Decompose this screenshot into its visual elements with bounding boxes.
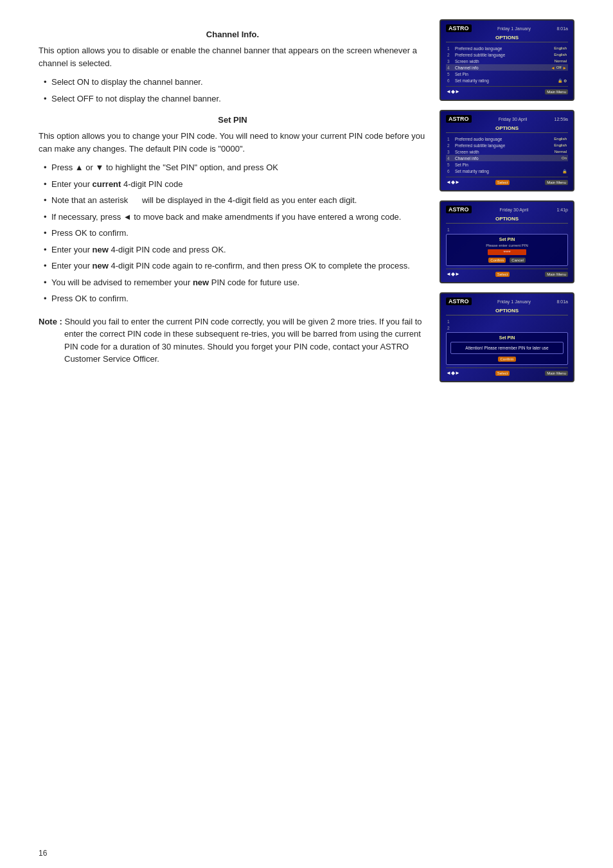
note-text: Note : Should you fail to enter the curr… bbox=[39, 315, 427, 366]
astro-logo-1: ASTRO bbox=[446, 24, 472, 32]
pin-input: **** bbox=[488, 249, 526, 255]
select-btn-2: Select bbox=[495, 180, 510, 185]
menu-row: 3 Screen width Normal bbox=[446, 58, 568, 64]
tv-date-2: Friday 30 April bbox=[472, 117, 555, 121]
menu-row: 3 Screen width Normal bbox=[446, 148, 568, 155]
menu-row: 6 Set maturity rating 🔒 bbox=[446, 168, 568, 174]
options-title-2: OPTIONS bbox=[446, 125, 568, 133]
channel-info-intro: This option allows you to disable or ena… bbox=[39, 44, 427, 69]
astro-logo-3: ASTRO bbox=[446, 206, 472, 213]
list-item: Select ON to display the channel banner. bbox=[45, 76, 427, 89]
attention-text: Attention! Please remember PIN for later… bbox=[450, 342, 564, 354]
select-btn-4: Select bbox=[495, 371, 510, 376]
options-title-4: OPTIONS bbox=[446, 308, 568, 315]
menu-row: 6 Set maturity rating 🔒 ⚙ bbox=[446, 77, 568, 84]
menu-row: 2 Preferred subtitle language English bbox=[446, 51, 568, 58]
list-item: Enter your current 4-digit PIN code bbox=[45, 178, 427, 191]
channel-info-bullets: Select ON to display the channel banner.… bbox=[39, 76, 427, 105]
pin-dialog-prompt: Please enter current PIN bbox=[450, 244, 564, 247]
list-item: Press ▲ or ▼ to highlight the "Set PIN" … bbox=[45, 161, 427, 174]
tv-screen-2: ASTRO Friday 30 April 12:59a OPTIONS 1 P… bbox=[440, 110, 574, 191]
nav-arrows-2: ◄◆► bbox=[446, 179, 460, 185]
menu-row: 1 bbox=[446, 318, 568, 324]
tv-header-1: ASTRO Friday 1 January 8:01a bbox=[446, 24, 568, 32]
menu-row: 2 Preferred subtitle language English bbox=[446, 142, 568, 148]
list-item: If necessary, press ◄ to move back and m… bbox=[45, 211, 427, 224]
main-menu-btn-4: Main Menu bbox=[545, 371, 568, 376]
menu-row: 5 Set Pin bbox=[446, 161, 568, 168]
right-column: ASTRO Friday 1 January 8:01a OPTIONS 1 P… bbox=[440, 19, 581, 382]
tv-time-1: 8:01a bbox=[556, 26, 568, 31]
set-pin-bullets: Press ▲ or ▼ to highlight the "Set PIN" … bbox=[39, 161, 427, 305]
pin-dialog: Set PIN Please enter current PIN **** Co… bbox=[446, 234, 568, 266]
left-column: Channel Info. This option allows you to … bbox=[39, 19, 427, 382]
tv-bottom-3: ◄◆► Select Main Menu bbox=[446, 269, 568, 277]
tv-time-3: 1:41p bbox=[556, 208, 568, 212]
options-title-1: OPTIONS bbox=[446, 35, 568, 42]
tv-date-1: Friday 1 January bbox=[472, 26, 557, 31]
list-item: Enter your new 4-digit PIN code and pres… bbox=[45, 244, 427, 256]
page-number: 16 bbox=[39, 849, 47, 858]
tv-screen-4: ASTRO Friday 1 January 8:01a OPTIONS 1 2… bbox=[440, 292, 574, 382]
list-item: Note that an asterisk will be displayed … bbox=[45, 194, 427, 207]
list-item: Press OK to confirm. bbox=[45, 292, 427, 305]
list-item: Enter your new 4-digit PIN code again to… bbox=[45, 260, 427, 272]
cancel-btn-3: Cancel bbox=[510, 258, 526, 263]
tv-date-4: Friday 1 January bbox=[472, 299, 557, 304]
attention-dialog: Set PIN Attention! Please remember PIN f… bbox=[446, 332, 568, 365]
menu-row: 1 Preferred audio language English bbox=[446, 45, 568, 51]
tv-bottom-1: ◄◆► Main Menu bbox=[446, 86, 568, 94]
menu-row-highlighted: 4 Channel info ◄ Off ► bbox=[446, 64, 568, 71]
astro-logo-4: ASTRO bbox=[446, 297, 472, 305]
nav-arrows-3: ◄◆► bbox=[446, 271, 460, 277]
options-title-3: OPTIONS bbox=[446, 216, 568, 224]
tv-header-4: ASTRO Friday 1 January 8:01a bbox=[446, 297, 568, 305]
tv-time-4: 8:01a bbox=[556, 299, 568, 304]
pin-dialog-buttons: Confirm Cancel bbox=[450, 258, 564, 263]
menu-row: 1 bbox=[446, 226, 568, 233]
tv-bottom-2: ◄◆► Select Main Menu bbox=[446, 177, 568, 185]
main-menu-btn-2: Main Menu bbox=[545, 180, 568, 185]
tv-date-3: Friday 30 April bbox=[472, 208, 557, 212]
main-menu-btn-3: Main Menu bbox=[545, 272, 568, 277]
page-layout: Channel Info. This option allows you to … bbox=[39, 19, 581, 382]
channel-info-title: Channel Info. bbox=[39, 30, 427, 39]
astro-logo-2: ASTRO bbox=[446, 115, 472, 123]
confirm-btn-3: Confirm bbox=[488, 258, 506, 263]
main-menu-btn-1: Main Menu bbox=[545, 89, 568, 94]
set-pin-title: Set PIN bbox=[39, 115, 427, 125]
menu-row: 1 Preferred audio language English bbox=[446, 136, 568, 142]
confirm-btn-4: Confirm bbox=[498, 357, 515, 362]
confirm-buttons-4: Confirm bbox=[450, 357, 564, 362]
menu-row-highlighted: 4 Channel info On bbox=[446, 155, 568, 161]
pin-dialog-title: Set PIN bbox=[450, 237, 564, 242]
nav-arrows-1: ◄◆► bbox=[446, 89, 460, 94]
tv-bottom-4: ◄◆► Select Main Menu bbox=[446, 368, 568, 376]
nav-arrows-4: ◄◆► bbox=[446, 370, 460, 376]
tv-screen-3: ASTRO Friday 30 April 1:41p OPTIONS 1 Se… bbox=[440, 200, 574, 283]
list-item: Select OFF to not display the channel ba… bbox=[45, 93, 427, 105]
tv-screen-1: ASTRO Friday 1 January 8:01a OPTIONS 1 P… bbox=[440, 19, 574, 101]
list-item: You will be advised to remember your new… bbox=[45, 276, 427, 289]
select-btn-3: Select bbox=[495, 272, 510, 277]
pin-dialog-title-4: Set PIN bbox=[450, 335, 564, 340]
tv-header-2: ASTRO Friday 30 April 12:59a bbox=[446, 115, 568, 123]
set-pin-intro: This option allows you to change your PI… bbox=[39, 130, 427, 155]
tv-header-3: ASTRO Friday 30 April 1:41p bbox=[446, 206, 568, 213]
list-item: Press OK to confirm. bbox=[45, 227, 427, 240]
tv-time-2: 12:59a bbox=[555, 117, 568, 121]
menu-row: 2 bbox=[446, 324, 568, 331]
menu-row: 5 Set Pin bbox=[446, 71, 568, 77]
